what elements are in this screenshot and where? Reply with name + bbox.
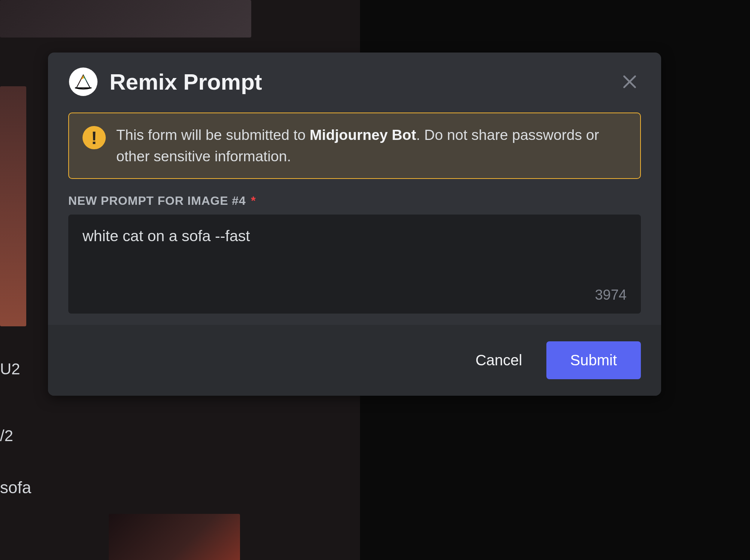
warning-banner: ! This form will be submitted to Midjour… — [68, 113, 641, 179]
prompt-input[interactable] — [68, 215, 641, 312]
prompt-textarea-wrapper: 3974 — [68, 215, 641, 314]
modal-title: Remix Prompt — [110, 69, 262, 95]
modal-footer: Cancel Submit — [48, 325, 661, 396]
remix-prompt-modal: Remix Prompt ! This form will be submitt… — [48, 53, 661, 396]
character-counter: 3974 — [595, 287, 627, 303]
background-image-thumbnail — [109, 514, 240, 560]
close-button[interactable] — [619, 71, 640, 92]
modal-title-group: Remix Prompt — [69, 68, 262, 96]
required-indicator: * — [251, 194, 256, 207]
midjourney-bot-avatar-icon — [69, 68, 98, 96]
background-button-v2: /2 — [0, 427, 20, 445]
warning-bot-name: Midjourney Bot — [310, 127, 416, 143]
background-text-fragment: sofa — [0, 478, 31, 497]
prompt-field-label: NEW PROMPT FOR IMAGE #4 * — [68, 194, 641, 208]
field-label-text: NEW PROMPT FOR IMAGE #4 — [68, 194, 246, 207]
close-icon — [621, 74, 638, 90]
background-image-thumbnail — [0, 0, 251, 38]
background-button-u2: U2 — [0, 360, 20, 378]
warning-text-before: This form will be submitted to — [116, 127, 310, 143]
exclamation-icon: ! — [82, 126, 106, 149]
submit-button[interactable]: Submit — [546, 341, 641, 379]
modal-header: Remix Prompt — [48, 53, 661, 110]
background-upscale-buttons: U2 /2 — [0, 360, 20, 494]
background-image-thumbnail — [0, 86, 26, 326]
cancel-button[interactable]: Cancel — [470, 347, 528, 373]
warning-text: This form will be submitted to Midjourne… — [116, 125, 627, 167]
